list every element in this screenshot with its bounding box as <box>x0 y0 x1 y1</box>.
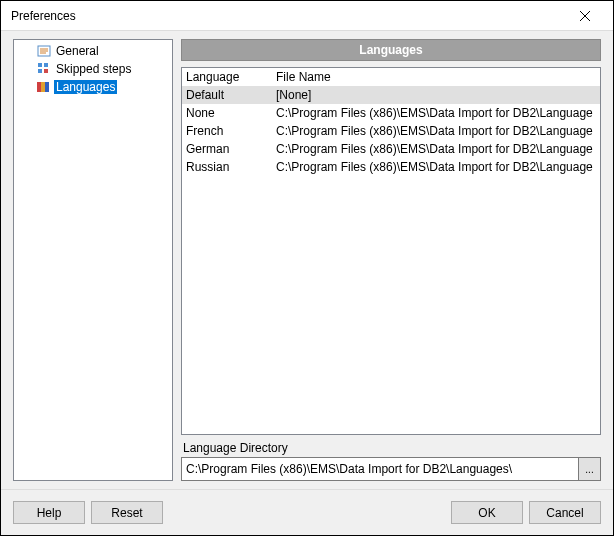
cell-filename: C:\Program Files (x86)\EMS\Data Import f… <box>272 142 600 156</box>
cell-language: French <box>182 124 272 138</box>
close-button[interactable] <box>565 2 605 30</box>
titlebar: Preferences <box>1 1 613 31</box>
skipped-steps-icon <box>36 61 52 77</box>
grid-header-row: Language File Name <box>182 68 600 86</box>
browse-button[interactable]: ... <box>579 457 601 481</box>
svg-rect-6 <box>38 63 42 67</box>
svg-rect-10 <box>37 82 41 92</box>
table-row[interactable]: Default[None] <box>182 86 600 104</box>
close-icon <box>580 11 590 21</box>
nav-item-skipped-steps[interactable]: ▸ Skipped steps <box>14 60 172 78</box>
nav-label: General <box>54 44 101 58</box>
cancel-button[interactable]: Cancel <box>529 501 601 524</box>
svg-rect-11 <box>41 82 45 92</box>
help-button[interactable]: Help <box>13 501 85 524</box>
cell-language: German <box>182 142 272 156</box>
cell-filename: C:\Program Files (x86)\EMS\Data Import f… <box>272 124 600 138</box>
directory-label: Language Directory <box>181 441 601 455</box>
table-row[interactable]: NoneC:\Program Files (x86)\EMS\Data Impo… <box>182 104 600 122</box>
svg-rect-9 <box>44 69 48 73</box>
cell-filename: C:\Program Files (x86)\EMS\Data Import f… <box>272 160 600 174</box>
cell-filename: [None] <box>272 88 600 102</box>
languages-grid[interactable]: Language File Name Default[None]NoneC:\P… <box>181 67 601 435</box>
col-filename-header[interactable]: File Name <box>272 70 600 84</box>
section-header: Languages <box>181 39 601 61</box>
language-directory-section: Language Directory ... <box>181 441 601 481</box>
cell-language: Russian <box>182 160 272 174</box>
ok-button[interactable]: OK <box>451 501 523 524</box>
table-row[interactable]: FrenchC:\Program Files (x86)\EMS\Data Im… <box>182 122 600 140</box>
footer: Help Reset OK Cancel <box>1 489 613 535</box>
nav-label: Skipped steps <box>54 62 133 76</box>
cell-filename: C:\Program Files (x86)\EMS\Data Import f… <box>272 106 600 120</box>
directory-input[interactable] <box>181 457 579 481</box>
svg-rect-12 <box>45 82 49 92</box>
col-language-header[interactable]: Language <box>182 70 272 84</box>
languages-icon <box>36 79 52 95</box>
svg-rect-8 <box>38 69 42 73</box>
cell-language: Default <box>182 88 272 102</box>
body: ▸ General ▸ <box>1 31 613 489</box>
right-pane: Languages Language File Name Default[Non… <box>181 39 601 481</box>
directory-input-row: ... <box>181 457 601 481</box>
table-row[interactable]: RussianC:\Program Files (x86)\EMS\Data I… <box>182 158 600 176</box>
cell-language: None <box>182 106 272 120</box>
grid-body: Default[None]NoneC:\Program Files (x86)\… <box>182 86 600 176</box>
general-icon <box>36 43 52 59</box>
preferences-window: Preferences ▸ General <box>0 0 614 536</box>
nav-item-languages[interactable]: ▸ Languages <box>14 78 172 96</box>
table-row[interactable]: GermanC:\Program Files (x86)\EMS\Data Im… <box>182 140 600 158</box>
nav-tree: ▸ General ▸ <box>13 39 173 481</box>
nav-item-general[interactable]: ▸ General <box>14 42 172 60</box>
reset-button[interactable]: Reset <box>91 501 163 524</box>
window-title: Preferences <box>11 9 565 23</box>
nav-label: Languages <box>54 80 117 94</box>
svg-rect-7 <box>44 63 48 67</box>
